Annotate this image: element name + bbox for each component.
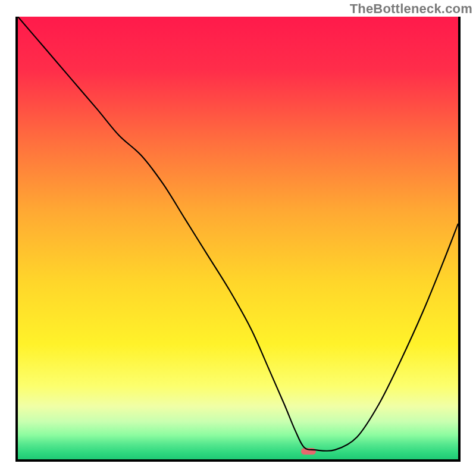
chart-container: TheBottleneck.com: [0, 0, 476, 476]
watermark-label: TheBottleneck.com: [350, 1, 472, 17]
optimal-point-marker: [301, 448, 316, 454]
heat-gradient-background: [18, 17, 458, 459]
plot-area: [15, 17, 461, 462]
